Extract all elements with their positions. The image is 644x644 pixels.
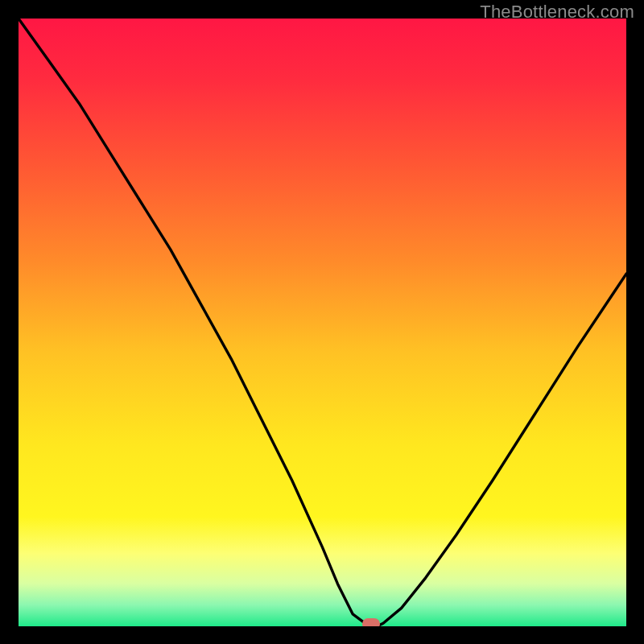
optimal-marker <box>362 618 380 626</box>
plot-area <box>19 19 626 626</box>
bottleneck-curve <box>19 19 626 626</box>
chart-frame: TheBottleneck.com <box>0 0 644 644</box>
